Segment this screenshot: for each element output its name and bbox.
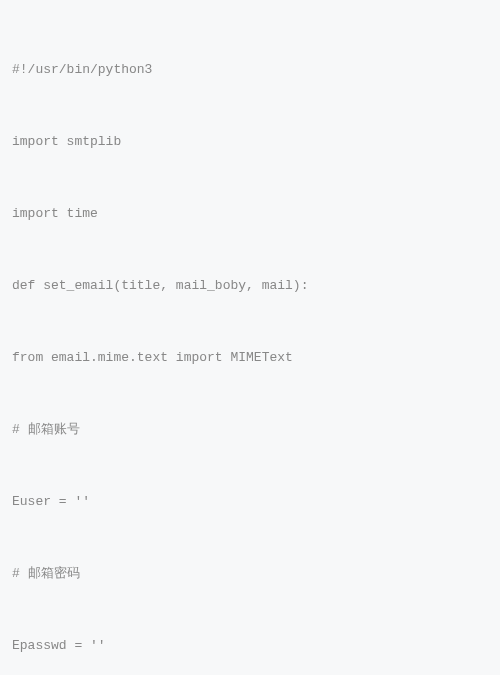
code-line: import smtplib (12, 130, 488, 154)
code-line: # 邮箱密码 (12, 562, 488, 586)
code-line: def set_email(title, mail_boby, mail): (12, 274, 488, 298)
code-line: Epasswd = '' (12, 634, 488, 658)
code-line: import time (12, 202, 488, 226)
code-line: Euser = '' (12, 490, 488, 514)
code-line: #!/usr/bin/python3 (12, 58, 488, 82)
code-block: #!/usr/bin/python3 import smtplib import… (12, 10, 488, 675)
code-line: from email.mime.text import MIMEText (12, 346, 488, 370)
code-line: # 邮箱账号 (12, 418, 488, 442)
